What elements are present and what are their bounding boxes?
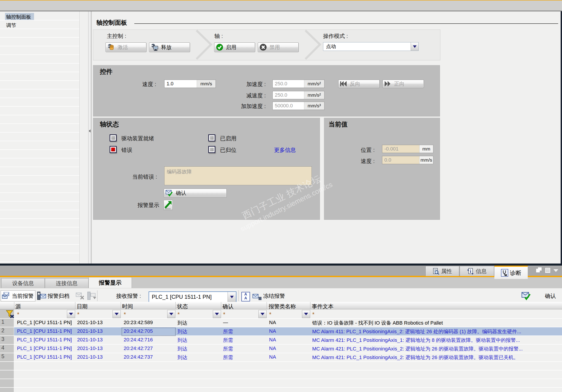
svg-text:i: i: [470, 269, 471, 274]
